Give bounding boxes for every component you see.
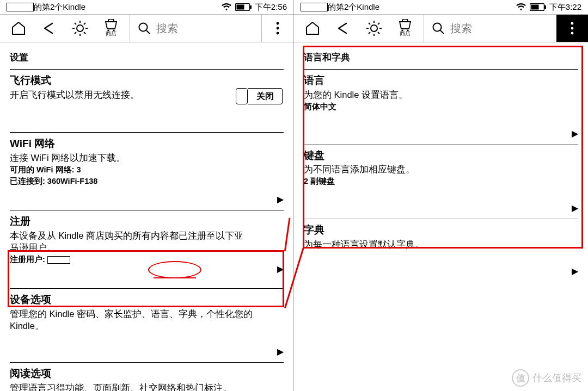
device-suffix: 的第2个Kindle: [328, 2, 379, 13]
watermark: 值 什么值得买: [512, 369, 581, 387]
device-title: 设备选项: [10, 293, 284, 307]
chevron-right-icon[interactable]: ▶: [277, 264, 284, 274]
toggle-state-label: 关闭: [248, 88, 283, 104]
battery-icon: [235, 3, 252, 11]
svg-line-8: [75, 23, 76, 24]
section-language[interactable]: 语言 为您的 Kindle 设置语言。 简体中文 ▶: [304, 69, 578, 144]
chevron-right-icon[interactable]: ▶: [277, 346, 284, 357]
status-bar: 的第2个Kindle 下午3:22: [294, 0, 588, 14]
device-name: 的第2个Kindle: [301, 2, 379, 13]
reg-user-redacted: [47, 256, 70, 264]
dict-title: 字典: [304, 224, 578, 237]
wifi-icon: [516, 3, 526, 11]
kbd-desc: 为不同语言添加相应键盘。: [304, 163, 578, 175]
watermark-badge: 值: [512, 369, 529, 387]
toolbar: 商店 搜索: [294, 14, 588, 42]
reg-user: 注册用户:: [10, 255, 284, 265]
wifi-connected: 已连接到: 360WiFi-F138: [10, 176, 284, 187]
svg-point-22: [371, 25, 377, 32]
svg-point-36: [571, 27, 574, 30]
svg-point-37: [571, 32, 574, 35]
svg-line-9: [84, 32, 85, 34]
airplane-title: 飞行模式: [10, 74, 284, 88]
store-button[interactable]: 商店: [397, 19, 413, 38]
watermark-text: 什么值得买: [532, 371, 581, 384]
device-suffix: 的第2个Kindle: [34, 2, 85, 13]
svg-point-16: [277, 22, 279, 25]
dict-desc: 为每一种语言设置默认字典。: [304, 238, 578, 250]
user-name-redacted: [301, 3, 328, 11]
store-button[interactable]: 商店: [103, 19, 119, 38]
language-dict-screen: 的第2个Kindle 下午3:22: [294, 0, 588, 391]
page-title: 设置: [10, 48, 284, 69]
svg-rect-1: [236, 5, 244, 10]
svg-rect-20: [531, 5, 538, 10]
wifi-available: 可用的 WiFi 网络: 3: [10, 165, 284, 176]
clock-text: 下午3:22: [549, 2, 581, 13]
section-registration[interactable]: 注册 本设备及从 Kindle 商店购买的所有内容都已注册至以下亚马逊用户。 注…: [10, 210, 284, 288]
chevron-right-icon[interactable]: ▶: [572, 266, 578, 276]
home-button[interactable]: [11, 21, 26, 35]
section-keyboard[interactable]: 键盘 为不同语言添加相应键盘。 2 副键盘 ▶: [304, 144, 578, 219]
store-label: 商店: [106, 30, 117, 38]
vertical-dots-icon: [276, 22, 279, 35]
svg-line-11: [84, 23, 85, 24]
overflow-menu-button[interactable]: [262, 15, 293, 42]
user-name-redacted: [7, 3, 34, 11]
svg-point-18: [277, 32, 279, 35]
brightness-button[interactable]: [72, 20, 88, 36]
svg-point-33: [433, 23, 442, 32]
device-desc: 管理您的 Kindle 密码、家长监护、语言、字典，个性化您的 Kindle。: [10, 308, 260, 332]
svg-line-27: [369, 23, 370, 24]
svg-point-35: [571, 22, 574, 25]
lang-current: 简体中文: [304, 102, 578, 113]
chevron-right-icon[interactable]: ▶: [572, 203, 578, 213]
page-title: 语言和字典: [304, 48, 578, 69]
search-placeholder: 搜索: [450, 21, 472, 36]
section-wifi[interactable]: WiFi 网络 连接 WiFi 网络以加速下载。 可用的 WiFi 网络: 3 …: [10, 132, 284, 210]
svg-line-10: [75, 32, 76, 34]
section-device-options[interactable]: 设备选项 管理您的 Kindle 密码、家长监护、语言、字典，个性化您的 Kin…: [10, 288, 284, 362]
settings-screen: 的第2个Kindle 下午2:56: [0, 0, 294, 391]
reading-title: 阅读选项: [10, 367, 284, 381]
svg-point-3: [77, 25, 83, 32]
kbd-title: 键盘: [304, 149, 578, 163]
reg-title: 注册: [10, 215, 284, 228]
status-bar: 的第2个Kindle 下午2:56: [0, 0, 293, 14]
overflow-menu-button[interactable]: [556, 15, 588, 42]
search-icon: [138, 22, 151, 35]
svg-line-15: [146, 30, 150, 34]
back-button[interactable]: [335, 22, 351, 35]
reading-desc: 管理语言习得功能、页面刷新、社交网络和热门标注。: [10, 382, 284, 391]
home-button[interactable]: [305, 21, 320, 35]
section-airplane-mode: 飞行模式 开启飞行模式以禁用无线连接。 关闭: [10, 69, 284, 132]
svg-line-30: [378, 23, 379, 24]
vertical-dots-icon: [571, 22, 574, 35]
svg-rect-2: [250, 5, 252, 9]
search-placeholder: 搜索: [156, 21, 178, 36]
svg-line-28: [378, 32, 379, 34]
search-input[interactable]: 搜索: [130, 15, 262, 42]
svg-point-17: [277, 27, 279, 30]
battery-icon: [530, 3, 546, 11]
reg-desc: 本设备及从 Kindle 商店购买的所有内容都已注册至以下亚马逊用户。: [10, 229, 249, 254]
kbd-count: 2 副键盘: [304, 176, 578, 187]
wifi-desc: 连接 WiFi 网络以加速下载。: [10, 152, 284, 164]
svg-rect-21: [544, 5, 546, 9]
store-label: 商店: [400, 30, 411, 38]
device-name: 的第2个Kindle: [7, 2, 85, 13]
lang-desc: 为您的 Kindle 设置语言。: [304, 89, 578, 101]
svg-line-34: [440, 30, 444, 34]
airplane-toggle[interactable]: 关闭: [236, 88, 283, 104]
chevron-right-icon[interactable]: ▶: [572, 128, 578, 139]
svg-line-29: [369, 32, 370, 34]
chevron-right-icon[interactable]: ▶: [277, 194, 284, 204]
brightness-button[interactable]: [366, 20, 382, 36]
clock-text: 下午2:56: [255, 2, 287, 13]
section-reading-options[interactable]: 阅读选项 管理语言习得功能、页面刷新、社交网络和热门标注。 ▶: [10, 362, 284, 391]
section-dictionary[interactable]: 字典 为每一种语言设置默认字典。 ▶: [304, 219, 578, 282]
wifi-icon: [221, 3, 232, 11]
back-button[interactable]: [41, 22, 57, 35]
search-icon: [432, 22, 445, 35]
search-input[interactable]: 搜索: [424, 15, 556, 42]
